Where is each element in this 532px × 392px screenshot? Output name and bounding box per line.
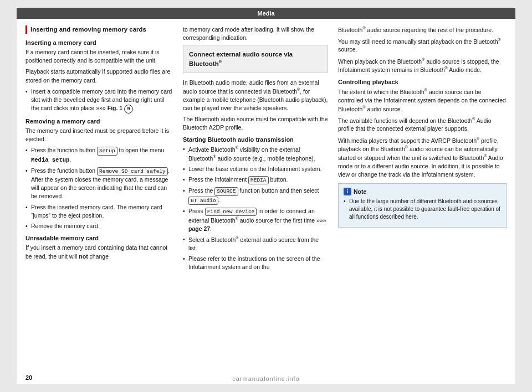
section-title: Inserting and removing memory cards: [30, 25, 173, 34]
subsection-controlling-title: Controlling playback: [338, 79, 507, 85]
subsection-bt-title: Starting Bluetooth audio transmission: [183, 136, 328, 143]
inserting-para-2: Playback starts automatically if support…: [25, 68, 173, 84]
bt-compat: The Bluetooth audio source must be compa…: [183, 115, 328, 132]
subsection-removing-title: Removing a memory card: [25, 118, 173, 125]
unreadable-para: If you insert a memory card containing d…: [25, 244, 173, 260]
note-bullet-1: Due to the large number of different Blu…: [344, 198, 501, 221]
subsection-unreadable-title: Unreadable memory card: [25, 235, 173, 241]
removing-bullet-2: Press the function button Remove SD card…: [25, 167, 173, 201]
right-para-1: Bluetooth® audio source regarding the re…: [338, 25, 507, 34]
right-para-3: When playback on the Bluetooth® audio so…: [338, 57, 507, 74]
bt-intro: In Bluetooth audio mode, audio files fro…: [183, 79, 328, 112]
inserting-bullet-1: Insert a compatible memory card into the…: [25, 87, 173, 114]
left-column: Inserting and removing memory cards Inse…: [25, 25, 181, 373]
watermark: carmanualonline.info: [17, 375, 515, 382]
removing-para-1: The memory card inserted must be prepare…: [25, 127, 173, 143]
control-para-1: The extent to which the Bluetooth® audio…: [338, 87, 507, 114]
bt-bullet-7: Please refer to the instructions on the …: [183, 255, 328, 271]
bt-bullet-2: Lower the base volume on the Infotainmen…: [183, 165, 328, 173]
right-column: Bluetooth® audio source regarding the re…: [336, 25, 507, 373]
removing-bullet-1: Press the function button Setup to open …: [25, 146, 173, 164]
removing-bullet-3: Press the inserted memory card. The memo…: [25, 203, 173, 220]
bt-bullet-5: Press Find new device in order to connec…: [183, 207, 328, 233]
header-title: Media: [257, 10, 274, 17]
right-para-2: You may still need to manually start pla…: [338, 37, 507, 54]
subsection-inserting-title: Inserting a memory card: [25, 39, 173, 46]
content-area: Inserting and removing memory cards Inse…: [17, 19, 515, 380]
removing-bullet-4: Remove the memory card.: [25, 222, 173, 230]
bt-bullet-6: Select a Bluetooth® external audio sourc…: [183, 235, 328, 252]
bt-bullet-3: Press the Infotainment MEDIA button.: [183, 176, 328, 184]
connect-box-title: Connect external audio source via Blueto…: [189, 50, 322, 68]
continued-text: to memory card mode after loading. It wi…: [183, 25, 328, 42]
connect-box: Connect external audio source via Blueto…: [183, 45, 328, 73]
bt-bullet-4: Press the SOURCE function button and the…: [183, 187, 328, 205]
header-bar: Media: [17, 8, 515, 19]
note-box: i Note Due to the large number of differ…: [338, 183, 507, 228]
bt-bullet-1: Activate Bluetooth® visibility on the ex…: [183, 145, 328, 162]
inserting-para-1: If a memory card cannot be inserted, mak…: [25, 48, 173, 65]
note-label: Note: [354, 188, 366, 195]
control-para-3: With media players that support the AVRC…: [338, 136, 507, 179]
control-para-2: The available functions will depend on t…: [338, 116, 507, 133]
page: Media Inserting and removing memory card…: [17, 8, 515, 384]
mid-column: to memory card mode after loading. It wi…: [181, 25, 336, 373]
note-title: i Note: [344, 188, 501, 195]
note-icon: i: [344, 188, 351, 195]
section-title-box: Inserting and removing memory cards: [25, 25, 173, 34]
